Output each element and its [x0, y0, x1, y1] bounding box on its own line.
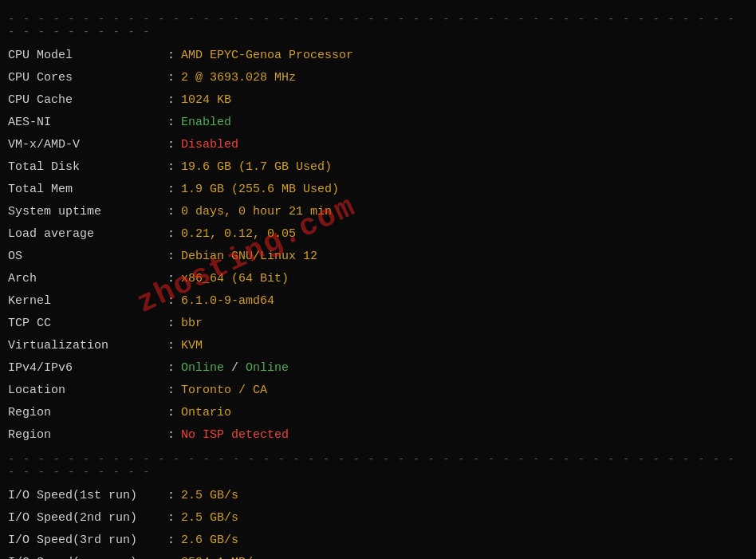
- ipv4-ipv6-colon: :: [167, 359, 175, 378]
- cpu-cache-value: 1024 KB: [181, 91, 231, 110]
- cpu-cores-label: CPU Cores: [8, 69, 167, 88]
- table-row: Region : No ISP detected: [8, 424, 748, 447]
- vmx-amdv-colon: :: [167, 136, 175, 155]
- table-row: I/O Speed(3rd run) : 2.6 GB/s: [8, 529, 748, 552]
- virtualization-label: Virtualization: [8, 337, 167, 356]
- tcp-cc-label: TCP CC: [8, 314, 167, 333]
- kernel-value: 6.1.0-9-amd64: [181, 292, 274, 311]
- load-average-colon: :: [167, 225, 175, 244]
- io-speed-3rd-label: I/O Speed(3rd run): [8, 531, 167, 550]
- table-row: TCP CC : bbr: [8, 313, 748, 335]
- table-row: OS : Debian GNU/Linux 12: [8, 246, 748, 268]
- system-uptime-value: 0 days, 0 hour 21 min: [181, 203, 332, 222]
- total-mem-value: 1.9 GB (255.6 MB Used): [181, 180, 339, 199]
- location-value: Toronto / CA: [181, 381, 267, 400]
- arch-value: x86_64 (64 Bit): [181, 270, 289, 289]
- virtualization-colon: :: [167, 337, 175, 356]
- main-container: zhosting.com - - - - - - - - - - - - - -…: [0, 6, 756, 559]
- table-row: CPU Cache : 1024 KB: [8, 89, 748, 112]
- table-row: Region : Ontario: [8, 402, 748, 424]
- virtualization-value: KVM: [181, 337, 203, 356]
- top-divider: - - - - - - - - - - - - - - - - - - - - …: [0, 10, 756, 41]
- table-row: VM-x/AMD-V : Disabled: [8, 134, 748, 156]
- total-disk-colon: :: [167, 158, 175, 177]
- io-speed-2nd-colon: :: [167, 509, 175, 528]
- table-row: System uptime : 0 days, 0 hour 21 min: [8, 201, 748, 223]
- table-row: Total Mem : 1.9 GB (255.6 MB Used): [8, 179, 748, 201]
- system-uptime-colon: :: [167, 203, 175, 222]
- io-speed-2nd-value: 2.5 GB/s: [181, 509, 238, 528]
- table-row: I/O Speed(2nd run) : 2.5 GB/s: [8, 507, 748, 529]
- table-row: I/O Speed(1st run) : 2.5 GB/s: [8, 485, 748, 507]
- region-value: Ontario: [181, 404, 231, 423]
- kernel-colon: :: [167, 292, 175, 311]
- os-value: Debian GNU/Linux 12: [181, 247, 317, 266]
- vmx-amdv-value: Disabled: [181, 136, 238, 155]
- middle-divider: - - - - - - - - - - - - - - - - - - - - …: [0, 450, 756, 482]
- tcp-cc-value: bbr: [181, 314, 203, 333]
- table-row: Virtualization : KVM: [8, 335, 748, 357]
- arch-label: Arch: [8, 270, 167, 289]
- vmx-amdv-label: VM-x/AMD-V: [8, 136, 167, 155]
- aes-ni-label: AES-NI: [8, 113, 167, 132]
- load-average-value: 0.21, 0.12, 0.05: [181, 225, 296, 244]
- table-row: CPU Model : AMD EPYC-Genoa Processor: [8, 45, 748, 67]
- cpu-model-value: AMD EPYC-Genoa Processor: [181, 46, 353, 65]
- region-colon: :: [167, 404, 175, 423]
- io-speed-1st-colon: :: [167, 486, 175, 506]
- cpu-cache-label: CPU Cache: [8, 91, 167, 110]
- total-disk-value: 19.6 GB (1.7 GB Used): [181, 158, 332, 177]
- total-mem-label: Total Mem: [8, 180, 167, 199]
- total-disk-label: Total Disk: [8, 158, 167, 177]
- aes-ni-colon: :: [167, 113, 175, 132]
- os-label: OS: [8, 247, 167, 266]
- system-info-section: CPU Model : AMD EPYC-Genoa Processor CPU…: [0, 41, 756, 450]
- ipv4-value: Online: [181, 359, 224, 378]
- table-row: Total Disk : 19.6 GB (1.7 GB Used): [8, 156, 748, 179]
- io-speed-section: I/O Speed(1st run) : 2.5 GB/s I/O Speed(…: [0, 482, 756, 559]
- os-colon: :: [167, 247, 175, 266]
- region-isp-label: Region: [8, 426, 167, 445]
- location-label: Location: [8, 381, 167, 400]
- region-isp-value: No ISP detected: [181, 426, 289, 445]
- cpu-cache-colon: :: [167, 91, 175, 110]
- io-speed-3rd-colon: :: [167, 531, 175, 550]
- table-row: Load average : 0.21, 0.12, 0.05: [8, 223, 748, 246]
- ipv6-value: Online: [246, 359, 289, 378]
- cpu-cores-colon: :: [167, 69, 175, 88]
- table-row: AES-NI : Enabled: [8, 112, 748, 134]
- io-speed-avg-value: 2594.1 MB/s: [181, 553, 260, 559]
- load-average-label: Load average: [8, 225, 167, 244]
- region-label: Region: [8, 404, 167, 423]
- tcp-cc-colon: :: [167, 314, 175, 333]
- arch-colon: :: [167, 270, 175, 289]
- cpu-model-colon: :: [167, 46, 175, 65]
- table-row: I/O Speed(average) : 2594.1 MB/s: [8, 552, 748, 559]
- total-mem-colon: :: [167, 180, 175, 199]
- io-speed-avg-colon: :: [167, 553, 175, 559]
- system-uptime-label: System uptime: [8, 203, 167, 222]
- table-row: Location : Toronto / CA: [8, 380, 748, 402]
- table-row: IPv4/IPv6 : Online / Online: [8, 357, 748, 380]
- io-speed-3rd-value: 2.6 GB/s: [181, 531, 238, 550]
- io-speed-1st-label: I/O Speed(1st run): [8, 486, 167, 506]
- io-speed-avg-label: I/O Speed(average): [8, 553, 167, 559]
- location-colon: :: [167, 381, 175, 400]
- ipv4-ipv6-separator: /: [224, 359, 246, 378]
- region-isp-colon: :: [167, 426, 175, 445]
- table-row: Arch : x86_64 (64 Bit): [8, 268, 748, 290]
- io-speed-1st-value: 2.5 GB/s: [181, 486, 238, 506]
- table-row: Kernel : 6.1.0-9-amd64: [8, 290, 748, 313]
- table-row: CPU Cores : 2 @ 3693.028 MHz: [8, 67, 748, 89]
- ipv4-ipv6-label: IPv4/IPv6: [8, 359, 167, 378]
- cpu-cores-value: 2 @ 3693.028 MHz: [181, 69, 296, 88]
- kernel-label: Kernel: [8, 292, 167, 311]
- aes-ni-value: Enabled: [181, 113, 231, 132]
- io-speed-2nd-label: I/O Speed(2nd run): [8, 509, 167, 528]
- cpu-model-label: CPU Model: [8, 46, 167, 65]
